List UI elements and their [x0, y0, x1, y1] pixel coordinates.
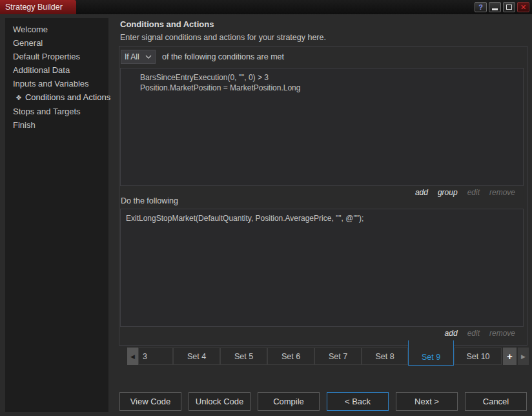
- view-code-button[interactable]: View Code: [119, 392, 181, 411]
- maximize-icon: [506, 5, 512, 10]
- conditions-edit-link: edit: [467, 188, 480, 197]
- add-set-button[interactable]: +: [503, 348, 517, 365]
- back-button[interactable]: < Back: [327, 392, 389, 411]
- help-button[interactable]: ?: [475, 2, 487, 12]
- page-title: Conditions and Actions: [120, 19, 214, 29]
- conditions-actions-groupbox: If All of the following conditions are m…: [119, 46, 527, 346]
- close-icon: ✕: [520, 3, 526, 12]
- actions-add-link[interactable]: add: [445, 329, 458, 338]
- plus-icon: +: [507, 351, 513, 362]
- tabs-scroll-right-button: ▶: [518, 348, 529, 365]
- condition-match-select[interactable]: If All: [121, 50, 156, 64]
- tab-set-3[interactable]: 3: [138, 348, 173, 365]
- actions-remove-link: remove: [489, 329, 515, 338]
- tab-set-9-selected[interactable]: Set 9: [408, 340, 454, 366]
- tab-set-8[interactable]: Set 8: [362, 348, 408, 365]
- next-button[interactable]: Next >: [396, 392, 458, 411]
- condition-item[interactable]: Position.MarketPosition = MarketPosition…: [140, 83, 520, 93]
- minimize-icon: [492, 8, 498, 10]
- sidebar-item-label: Conditions and Actions: [25, 92, 110, 102]
- window-title: Strategy Builder: [0, 0, 76, 14]
- conditions-group-link[interactable]: group: [438, 188, 458, 197]
- cancel-button[interactable]: Cancel: [465, 392, 527, 411]
- close-button[interactable]: ✕: [517, 2, 529, 12]
- conditions-links: add group edit remove: [415, 188, 515, 197]
- maximize-button[interactable]: [503, 2, 515, 12]
- condition-match-value: If All: [125, 52, 145, 61]
- wizard-steps-sidebar: Welcome General Default Properties Addit…: [5, 18, 108, 412]
- action-item[interactable]: ExitLongStopMarket(DefaultQuantity, Posi…: [126, 213, 520, 224]
- actions-label: Do the following: [121, 196, 178, 205]
- unlock-code-button[interactable]: Unlock Code: [189, 392, 251, 411]
- tab-set-10[interactable]: Set 10: [455, 348, 502, 365]
- tab-set-5[interactable]: Set 5: [220, 348, 267, 365]
- tab-set-7[interactable]: Set 7: [314, 348, 362, 365]
- sidebar-item-finish[interactable]: Finish: [5, 118, 108, 132]
- condition-item[interactable]: BarsSinceEntryExecution(0, "", 0) > 3: [140, 72, 520, 83]
- chevron-down-icon: [145, 55, 152, 59]
- tabs-scroll-left-button[interactable]: ◀: [127, 348, 138, 365]
- tab-set-6[interactable]: Set 6: [267, 348, 314, 365]
- conditions-add-link[interactable]: add: [415, 188, 428, 197]
- actions-list[interactable]: ExitLongStopMarket(DefaultQuantity, Posi…: [120, 209, 524, 327]
- sidebar-item-inputs-and-variables[interactable]: Inputs and Variables: [5, 77, 108, 90]
- condition-match-row: If All of the following conditions are m…: [121, 50, 284, 64]
- arrow-left-icon: ◀: [130, 353, 135, 360]
- compile-button[interactable]: Compile: [258, 392, 320, 411]
- sidebar-item-additional-data[interactable]: Additional Data: [5, 63, 108, 77]
- minimize-button[interactable]: [489, 2, 501, 12]
- actions-links: add edit remove: [445, 329, 515, 338]
- conditions-list[interactable]: BarsSinceEntryExecution(0, "", 0) > 3 Po…: [120, 68, 524, 186]
- sidebar-item-general[interactable]: General: [5, 36, 108, 50]
- sidebar-item-conditions-and-actions[interactable]: ❖Conditions and Actions: [5, 90, 108, 105]
- window-controls: ? ✕: [475, 2, 529, 12]
- arrow-right-icon: ▶: [521, 353, 526, 360]
- sidebar-item-welcome[interactable]: Welcome: [5, 23, 108, 36]
- tab-set-4[interactable]: Set 4: [173, 348, 220, 365]
- conditions-remove-link: remove: [489, 188, 515, 197]
- sidebar-item-default-properties[interactable]: Default Properties: [5, 50, 108, 63]
- question-icon: ?: [478, 3, 483, 11]
- title-bar: Strategy Builder ? ✕: [0, 0, 532, 14]
- page-subtitle: Enter signal conditions and actions for …: [120, 33, 326, 42]
- condition-match-label: of the following conditions are met: [162, 52, 284, 61]
- sidebar-item-stops-and-targets[interactable]: Stops and Targets: [5, 105, 108, 118]
- actions-edit-link: edit: [467, 329, 480, 338]
- current-step-icon: ❖: [15, 94, 22, 101]
